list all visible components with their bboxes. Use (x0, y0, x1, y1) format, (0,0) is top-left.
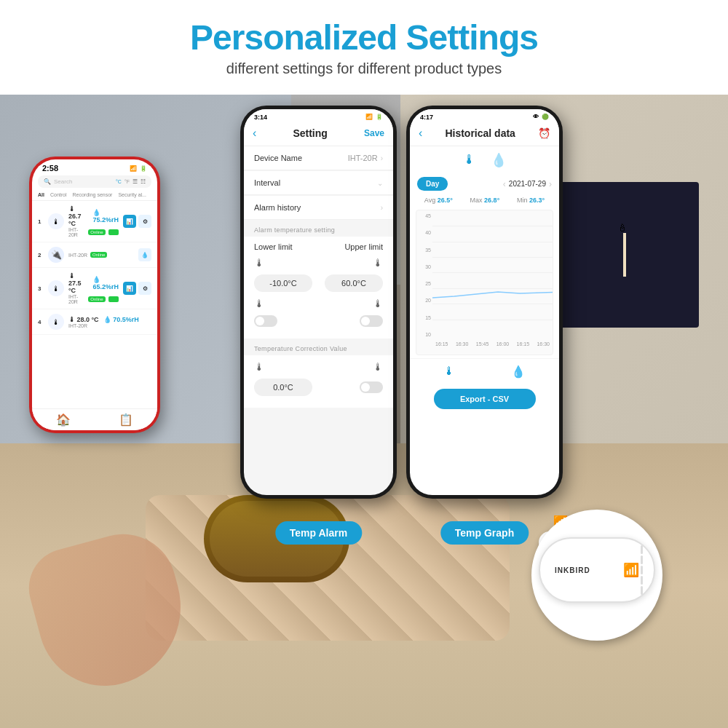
manage-icon[interactable]: 📋 (119, 413, 133, 427)
toggle-on-icon: 🟢 (542, 114, 549, 121)
list-item[interactable]: 2 🔌 IHT-20R Online 💧 (32, 242, 157, 268)
thermometer-icon-low: 🌡 (254, 257, 264, 269)
icon-btn-2[interactable]: 💧 (138, 248, 151, 261)
chevron-right-icon-2: › (381, 204, 383, 212)
upper-limit-label: Upper limit (344, 242, 383, 251)
max-label: Max (470, 197, 483, 204)
grid-line-1 (432, 226, 553, 226)
alarm-section-title: Alarm temperature setting (244, 221, 393, 237)
day-button[interactable]: Day (417, 177, 448, 191)
x-label-5: 16:15 (517, 341, 530, 353)
humid-1: 💧 75.2%rH (92, 209, 119, 223)
device-icon-2: 🔌 (48, 247, 64, 263)
thermometer-icon-high2: 🌡 (373, 298, 383, 309)
grid-icon: ☷ (141, 178, 146, 185)
prev-date-btn[interactable]: ‹ (503, 179, 506, 189)
export-csv-button[interactable]: Export - CSV (434, 389, 536, 409)
interval-row[interactable]: Interval ⌄ (244, 171, 393, 195)
temperature-chart: 45 40 35 30 25 20 15 10 (416, 210, 553, 355)
online-badge-1: Online (88, 229, 105, 235)
inkbird-circle: INKBIRD 📶 (531, 510, 662, 641)
tab-recording[interactable]: Recording sensor (73, 192, 113, 197)
bottom-nav: 🏠 📋 (32, 408, 157, 430)
correction-toggle[interactable] (360, 381, 383, 393)
upper-toggle[interactable] (360, 315, 383, 327)
temp-1: 🌡 26.7 °C (68, 205, 88, 227)
grid-line-6 (432, 304, 553, 304)
device-name-row[interactable]: Device Name IHT-20R › (244, 146, 393, 170)
candle-decoration (623, 233, 626, 277)
device-num-3: 3 (38, 285, 44, 292)
correction-value-row[interactable]: 0.0°C (254, 379, 383, 396)
limits-section: Lower limit Upper limit 🌡 🌡 -10.0°C 60.0… (244, 237, 393, 339)
back-button[interactable]: ‹ (253, 127, 256, 140)
limit-header-row: Lower limit Upper limit (254, 242, 383, 251)
device-data-2: IHT-20R Online (68, 252, 134, 258)
thermometer-icon-low2: 🌡 (254, 298, 264, 309)
home-icon[interactable]: 🏠 (56, 413, 71, 427)
list-item[interactable]: 1 🌡 🌡 26.7 °C 💧 75.2%rH IHT-20R Online 📊 (32, 201, 157, 242)
fahrenheit-label: °F (124, 179, 130, 184)
x-label-3: 15:45 (476, 341, 489, 353)
settings-btn-1[interactable]: ⚙ (138, 215, 151, 228)
list-item[interactable]: 4 🌡 🌡 28.0 °C 💧 70.5%rH IHT-20R (32, 309, 157, 335)
max-stat: Max 26.8° (470, 197, 500, 204)
chart-area (432, 210, 553, 340)
tab-security[interactable]: Security al... (118, 192, 146, 197)
clock-icon[interactable]: ⏰ (538, 127, 550, 139)
settings-header: ‹ Setting Save (244, 122, 393, 146)
search-bar[interactable]: 🔍 Search °C °F ☰ ☷ (38, 175, 151, 188)
list-icon: ☰ (132, 178, 138, 185)
historical-title: Historical data (445, 127, 515, 139)
inkbird-wifi-icon: 📶 (623, 562, 639, 578)
stats-btn-3[interactable]: 📊 (123, 282, 136, 295)
online-badge-2: Online (90, 252, 107, 258)
lower-toggle[interactable] (254, 315, 277, 327)
avg-value: 26.5° (438, 197, 453, 204)
phone-left: 2:58 📶 🔋 🔍 Search °C °F ☰ ☷ All Control … (22, 113, 175, 513)
device-name-1: IHT-20R (68, 227, 85, 237)
historical-header: ‹ Historical data ⏰ (410, 122, 559, 146)
chart-svg (432, 210, 553, 340)
limit-values-row[interactable]: -10.0°C 60.0°C (254, 274, 383, 292)
thermometer-bottom-icon: 🌡 (443, 365, 455, 379)
list-item[interactable]: 3 🌡 🌡 27.5 °C 💧 65.2%rH IHT-20R Online 📊 (32, 268, 157, 309)
tab-all[interactable]: All (38, 192, 44, 197)
alarm-history-row[interactable]: Alarm history › (244, 196, 393, 220)
humidity-icon-right: 💧 (491, 152, 507, 168)
upper-limit-input[interactable]: 60.0°C (325, 274, 383, 292)
device-actions-2: 💧 (138, 248, 151, 261)
chevron-down-icon: ⌄ (377, 179, 383, 187)
date-nav[interactable]: ‹ 2021-07-29 › (503, 179, 552, 189)
device-name-2: IHT-20R (68, 253, 87, 258)
chart-x-axis: 16:15 16:30 15:45 16:00 16:15 16:30 (432, 340, 553, 355)
phone-frame-right: 4:17 👁 🟢 ‹ Historical data ⏰ 🌡 💧 Day (406, 106, 563, 499)
stats-btn-1[interactable]: 📊 (123, 215, 136, 228)
online-badge-3: Online (88, 296, 105, 302)
settings-btn-3[interactable]: ⚙ (138, 282, 151, 295)
correction-input[interactable]: 0.0°C (254, 379, 312, 396)
back-btn-right[interactable]: ‹ (419, 127, 422, 140)
device-icon-1: 🌡 (48, 213, 64, 229)
device-data-1: 🌡 26.7 °C 💧 75.2%rH IHT-20R Online (68, 205, 119, 237)
battery-badge-1 (108, 229, 119, 235)
lower-limit-input[interactable]: -10.0°C (254, 274, 312, 292)
left-status-icons: 📶 🔋 (130, 165, 147, 172)
device-name-value: IHT-20R (348, 154, 378, 162)
temp-alarm-label: Temp Alarm (275, 521, 362, 545)
tab-control[interactable]: Control (50, 192, 67, 197)
thermometer-icon-high: 🌡 (373, 257, 383, 269)
battery-icon: 🔋 (140, 165, 147, 172)
y-label-25: 25 (418, 281, 431, 286)
date-selector-row[interactable]: Day ‹ 2021-07-29 › (410, 174, 559, 194)
save-button[interactable]: Save (364, 128, 384, 138)
next-date-btn[interactable]: › (549, 179, 552, 189)
device-data-3: 🌡 27.5 °C 💧 65.2%rH IHT-20R Online (68, 272, 119, 304)
phone-screen-left: 2:58 📶 🔋 🔍 Search °C °F ☰ ☷ All Control … (32, 159, 157, 430)
vent-3 (641, 566, 643, 574)
device-num-4: 4 (38, 319, 44, 325)
device-tabs[interactable]: All Control Recording sensor Security al… (32, 189, 157, 201)
mid-statusbar: 3:14 📶 🔋 (244, 109, 393, 122)
toggle-row[interactable] (254, 315, 383, 327)
search-icon: 🔍 (44, 178, 51, 185)
